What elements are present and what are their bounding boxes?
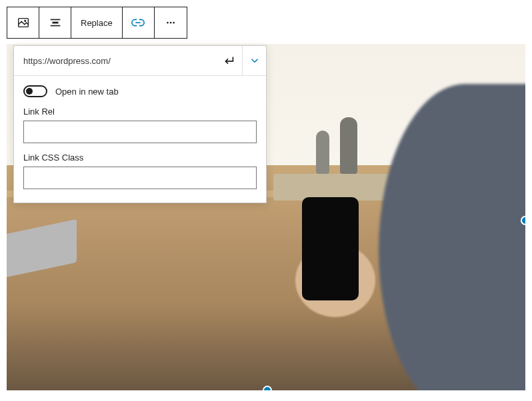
more-icon <box>163 15 178 30</box>
link-css-class-label: Link CSS Class <box>23 153 257 163</box>
replace-button[interactable]: Replace <box>71 7 123 38</box>
svg-point-7 <box>169 22 171 24</box>
svg-point-1 <box>24 20 25 21</box>
link-settings-body: Open in new tab Link Rel Link CSS Class <box>14 76 266 202</box>
link-icon <box>131 15 145 30</box>
apply-link-button[interactable] <box>215 46 242 75</box>
resize-handle-right[interactable] <box>521 216 525 225</box>
replace-button-label: Replace <box>81 18 113 28</box>
link-settings-popover: .link-url-row > .submit-btn:nth-of-type(… <box>13 45 267 203</box>
link-url-row <box>14 46 266 76</box>
link-rel-input[interactable] <box>23 121 257 143</box>
link-css-class-input[interactable] <box>23 167 257 189</box>
image-icon <box>16 15 31 30</box>
align-icon <box>48 15 63 30</box>
link-url-input[interactable] <box>14 48 215 74</box>
open-new-tab-toggle[interactable] <box>23 85 47 97</box>
svg-point-8 <box>173 22 175 24</box>
resize-handle-bottom[interactable] <box>263 386 272 390</box>
align-button[interactable] <box>39 7 71 38</box>
link-settings-toggle[interactable] <box>242 46 266 75</box>
link-button[interactable] <box>123 7 155 38</box>
block-toolbar: Replace <box>7 7 187 39</box>
chevron-down-icon <box>249 55 261 67</box>
open-new-tab-label: Open in new tab <box>55 87 119 97</box>
enter-icon <box>221 53 236 68</box>
more-options-button[interactable] <box>155 7 187 38</box>
link-rel-label: Link Rel <box>23 107 257 117</box>
toggle-thumb <box>26 88 33 95</box>
svg-point-6 <box>167 22 169 24</box>
image-block-icon-button[interactable] <box>7 7 39 38</box>
open-new-tab-row: Open in new tab <box>23 85 257 97</box>
